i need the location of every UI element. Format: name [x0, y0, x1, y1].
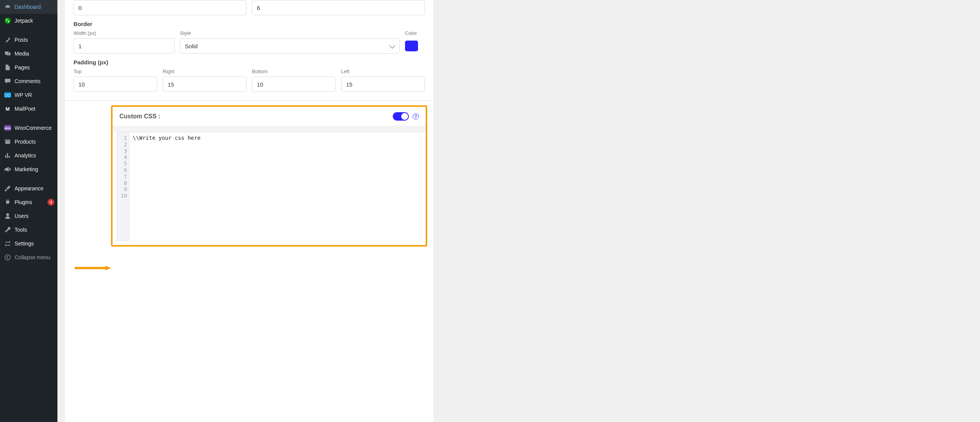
sidebar-item-users[interactable]: Users	[0, 209, 57, 223]
mailpoet-icon: M	[4, 105, 11, 113]
svg-marker-2	[105, 266, 111, 270]
style-form: Border Width (px) Style Solid	[65, 0, 433, 100]
sidebar-spacer	[0, 28, 57, 33]
section-padding: Padding (px)	[74, 59, 425, 65]
sidebar-item-label: Appearance	[15, 185, 54, 191]
sidebar-collapse[interactable]: Collapse menu	[0, 250, 57, 264]
brush-icon	[4, 185, 11, 192]
custom-css-header: Custom CSS : ?	[113, 107, 426, 126]
plug-icon	[4, 198, 11, 206]
sidebar-item-label: Pages	[15, 64, 54, 70]
analytics-icon	[4, 152, 11, 159]
css-editor[interactable]: 1 2 3 4 5 6 7 8 9 10 \\Write your css he…	[116, 132, 422, 241]
archive-icon	[4, 138, 11, 146]
field-padding-bottom: Bottom	[252, 69, 336, 92]
input-padding-right[interactable]	[163, 77, 247, 92]
wpvr-icon: ▢▢	[4, 91, 11, 99]
field-unknown-left	[74, 0, 247, 15]
sidebar-item-analytics[interactable]: Analytics	[0, 149, 57, 162]
sidebar-item-posts[interactable]: Posts	[0, 33, 57, 47]
sidebar-item-mailpoet[interactable]: M MailPoet	[0, 102, 57, 116]
input-padding-top[interactable]	[74, 77, 157, 92]
sidebar-item-label: Comments	[15, 78, 54, 84]
sidebar-item-appearance[interactable]: Appearance	[0, 182, 57, 195]
sidebar-item-label: WooCommerce	[15, 125, 54, 131]
comments-icon	[4, 77, 11, 85]
pages-icon	[4, 64, 11, 71]
megaphone-icon	[4, 165, 11, 173]
input-border-width[interactable]	[74, 38, 175, 54]
sidebar-item-dashboard[interactable]: Dashboard	[0, 0, 57, 14]
label-border-color: Color	[405, 30, 425, 36]
content-column: Border Width (px) Style Solid	[65, 0, 433, 422]
label-border-width: Width (px)	[74, 30, 175, 36]
label-border-style: Style	[180, 30, 400, 36]
sidebar-item-tools[interactable]: Tools	[0, 223, 57, 237]
sidebar-item-label: MailPoet	[15, 106, 54, 112]
sidebar-spacer	[0, 116, 57, 121]
sidebar-item-label: Posts	[15, 37, 54, 43]
editor-code[interactable]: \\Write your css here	[130, 132, 421, 241]
color-swatch[interactable]	[405, 41, 418, 51]
sidebar-item-jetpack[interactable]: Jetpack	[0, 14, 57, 28]
input-padding-bottom[interactable]	[252, 77, 336, 92]
woocommerce-icon: woo	[4, 124, 11, 132]
sidebar-item-products[interactable]: Products	[0, 135, 57, 149]
input-generic-left[interactable]	[74, 0, 247, 15]
field-unknown-right	[252, 0, 425, 15]
main-area: Border Width (px) Style Solid	[57, 0, 980, 422]
field-border-width: Width (px)	[74, 30, 175, 54]
sidebar-item-settings[interactable]: Settings	[0, 237, 57, 250]
sidebar-item-plugins[interactable]: Plugins 4	[0, 195, 57, 209]
label-padding-bottom: Bottom	[252, 69, 336, 74]
sidebar-item-woocommerce[interactable]: woo WooCommerce	[0, 121, 57, 135]
update-badge: 4	[47, 199, 54, 206]
field-padding-top: Top	[74, 69, 157, 92]
user-icon	[4, 212, 11, 220]
sidebar-item-label: Dashboard	[15, 4, 54, 10]
sidebar-item-label: Products	[15, 139, 54, 145]
sidebar-item-label: Marketing	[15, 166, 54, 172]
sidebar-item-wpvr[interactable]: ▢▢ WP VR	[0, 88, 57, 102]
editor-gutter: 1 2 3 4 5 6 7 8 9 10	[117, 132, 130, 241]
sidebar-item-label: Tools	[15, 227, 54, 233]
label-padding-right: Right	[163, 69, 247, 74]
media-icon	[4, 50, 11, 57]
select-border-style[interactable]: Solid	[180, 38, 400, 54]
sidebar-item-media[interactable]: Media	[0, 47, 57, 61]
dashboard-icon	[4, 3, 11, 11]
sidebar-item-label: Jetpack	[15, 18, 54, 24]
sidebar-item-label: Settings	[15, 240, 54, 247]
sidebar-item-label: Collapse menu	[15, 254, 54, 260]
sidebar-item-label: Plugins	[15, 199, 43, 205]
field-border-style: Style Solid	[180, 30, 400, 54]
field-padding-left: Left	[341, 69, 425, 92]
pin-icon	[4, 36, 11, 44]
sidebar-item-label: Analytics	[15, 152, 54, 159]
custom-css-toggle[interactable]	[393, 112, 409, 121]
sliders-icon	[4, 240, 11, 247]
input-padding-left[interactable]	[341, 77, 425, 92]
help-icon[interactable]: ?	[413, 113, 419, 119]
jetpack-icon	[4, 17, 11, 25]
field-border-color: Color	[405, 30, 425, 54]
sidebar-spacer	[0, 176, 57, 182]
sidebar-item-comments[interactable]: Comments	[0, 74, 57, 88]
panel-divider	[113, 126, 426, 132]
sidebar-item-label: Users	[15, 213, 54, 219]
admin-sidebar: Dashboard Jetpack Posts Media Pages Comm…	[0, 0, 57, 422]
wrench-icon	[4, 226, 11, 234]
sidebar-item-marketing[interactable]: Marketing	[0, 162, 57, 176]
section-border: Border	[74, 21, 425, 27]
svg-point-0	[5, 255, 10, 260]
sidebar-item-label: WP VR	[15, 92, 54, 98]
input-generic-right[interactable]	[252, 0, 425, 15]
field-padding-right: Right	[163, 69, 247, 92]
label-padding-top: Top	[74, 69, 157, 74]
custom-css-title: Custom CSS :	[119, 113, 389, 120]
label-padding-left: Left	[341, 69, 425, 74]
annotation-arrow	[75, 265, 111, 270]
sidebar-item-label: Media	[15, 51, 54, 57]
sidebar-item-pages[interactable]: Pages	[0, 61, 57, 74]
custom-css-panel: Custom CSS : ? 1 2 3 4 5 6 7 8 9 10 \\Wr…	[111, 105, 427, 247]
